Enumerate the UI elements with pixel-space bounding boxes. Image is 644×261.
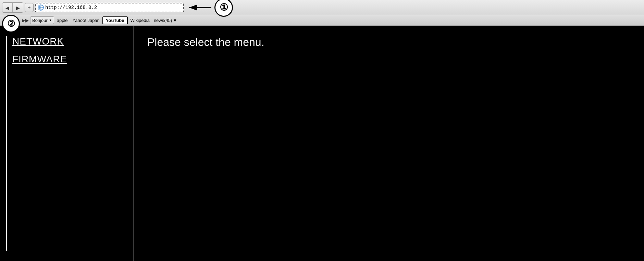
bookmarks-icon: ▶▶ (22, 18, 29, 23)
forward-button[interactable]: ▶ (13, 3, 23, 13)
sidebar: NETWORK FIRMWARE (0, 26, 134, 261)
news-label: news(45) (154, 18, 172, 23)
bonjour-dropdown-icon: ▼ (49, 18, 52, 22)
bonjour-bookmark[interactable]: Bonjour ▼ (30, 16, 54, 24)
browser-chrome: ◀ ▶ + http://192.168.0.2 (0, 0, 644, 26)
url-bar-wrapper: http://192.168.0.2 (35, 2, 213, 13)
back-button[interactable]: ◀ (2, 3, 13, 13)
arrow-annotation (186, 2, 213, 13)
url-text: http://192.168.0.2 (45, 5, 181, 10)
bookmarks-row: ② ▶▶ Bonjour ▼ apple Yahoo! Japan YouTub… (0, 15, 644, 25)
main-content: NETWORK FIRMWARE Please select the menu. (0, 26, 644, 261)
yahoo-japan-bookmark[interactable]: Yahoo! Japan (71, 17, 102, 23)
youtube-bookmark[interactable]: YouTube (102, 16, 128, 24)
toolbar-row: ◀ ▶ + http://192.168.0.2 (0, 0, 644, 15)
content-panel: Please select the menu. (134, 26, 644, 261)
url-bar[interactable]: http://192.168.0.2 (35, 3, 184, 12)
circle-1-annotation: ① (214, 0, 233, 17)
network-link[interactable]: NETWORK (12, 36, 126, 47)
wikipedia-bookmark[interactable]: Wikipedia (128, 17, 152, 23)
new-tab-button[interactable]: + (25, 3, 34, 12)
apple-bookmark[interactable]: apple (55, 17, 70, 23)
globe-icon (38, 4, 44, 11)
arrow-svg (186, 2, 213, 13)
news-bookmark[interactable]: news(45) ▼ (152, 17, 178, 23)
content-placeholder-text: Please select the menu. (147, 36, 630, 49)
bookmark-arrows: ▶▶ (22, 18, 29, 23)
bonjour-label: Bonjour (32, 18, 48, 23)
nav-buttons: ◀ ▶ (2, 2, 23, 13)
news-dropdown-icon: ▼ (173, 18, 177, 23)
firmware-link[interactable]: FIRMWARE (12, 54, 126, 65)
circle-2-annotation: ② (2, 15, 20, 33)
